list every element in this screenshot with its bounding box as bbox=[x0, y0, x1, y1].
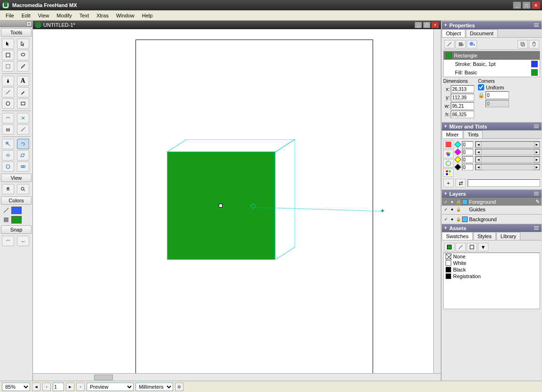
doc-minimize-button[interactable]: _ bbox=[414, 22, 422, 28]
mixer-mode-rgb[interactable] bbox=[443, 140, 454, 149]
vertical-scrollbar[interactable] bbox=[433, 29, 441, 373]
print-icon[interactable]: ● bbox=[450, 207, 454, 212]
panel-options-icon[interactable] bbox=[533, 124, 540, 129]
panel-options-icon[interactable] bbox=[533, 225, 540, 231]
reshape-tool[interactable] bbox=[17, 113, 29, 123]
w-input[interactable] bbox=[451, 102, 474, 110]
horizontal-scrollbar[interactable] bbox=[33, 373, 441, 381]
doc-close-button[interactable]: × bbox=[431, 22, 439, 28]
trace-tool[interactable] bbox=[2, 161, 14, 172]
uniform-checkbox[interactable] bbox=[478, 84, 484, 90]
y-input[interactable] bbox=[451, 94, 474, 101]
menu-file[interactable]: File bbox=[2, 12, 18, 19]
eraser-tool[interactable] bbox=[2, 124, 14, 135]
yellow-slider[interactable]: ◄► bbox=[475, 156, 540, 163]
properties-header[interactable]: ▼ Properties bbox=[442, 21, 542, 29]
snap-object-tool[interactable] bbox=[2, 236, 14, 246]
ellipse-tool[interactable] bbox=[2, 98, 14, 109]
visibility-icon[interactable]: ✓ bbox=[444, 207, 448, 212]
assets-header[interactable]: ▼ Assets bbox=[442, 224, 542, 232]
fill-color-swatch[interactable] bbox=[11, 216, 22, 224]
delete-button[interactable] bbox=[529, 40, 539, 48]
visibility-icon[interactable]: ✓ bbox=[444, 217, 448, 222]
add-stroke-button[interactable] bbox=[444, 40, 454, 48]
magenta-slider[interactable]: ◄► bbox=[475, 149, 540, 155]
vanishing-point[interactable]: ✦ bbox=[380, 208, 384, 213]
tree-row-fill[interactable]: Fill: Basic bbox=[444, 68, 540, 77]
info-button[interactable]: ⊘ bbox=[175, 383, 183, 391]
mixer-mode-sys[interactable] bbox=[443, 168, 454, 177]
lock-icon[interactable]: 🔒 bbox=[456, 207, 461, 212]
print-icon[interactable]: ● bbox=[450, 200, 454, 204]
snap-point-tool[interactable] bbox=[17, 236, 29, 246]
tab-mixer[interactable]: Mixer bbox=[442, 130, 463, 138]
menu-view[interactable]: View bbox=[34, 12, 53, 19]
lock-icon[interactable]: 🔒 bbox=[456, 217, 461, 222]
yellow-input[interactable] bbox=[462, 156, 473, 163]
tree-row-stroke[interactable]: Stroke: Basic, 1pt bbox=[444, 60, 540, 68]
menu-modify[interactable]: Modify bbox=[53, 12, 75, 19]
swatch-registration[interactable]: Registration bbox=[444, 273, 540, 280]
cyan-slider[interactable]: ◄► bbox=[475, 141, 540, 148]
pencil-tool[interactable] bbox=[17, 87, 29, 97]
line-tool[interactable] bbox=[2, 87, 14, 97]
units-select[interactable]: Millimeters bbox=[136, 383, 173, 391]
tree-row-rectangle[interactable]: Rectangle bbox=[444, 51, 540, 60]
swatch-none[interactable]: None bbox=[444, 253, 540, 260]
eyedropper-tool[interactable] bbox=[17, 61, 29, 72]
print-icon[interactable]: ● bbox=[450, 217, 454, 222]
blend-tool[interactable] bbox=[17, 161, 29, 172]
minimize-button[interactable]: _ bbox=[513, 1, 521, 9]
layer-foreground[interactable]: ✓ ● 🔒 Foreground ✎ bbox=[442, 198, 542, 206]
add-effect-button[interactable]: + bbox=[467, 40, 477, 48]
lock-icon[interactable]: 🔒 bbox=[456, 200, 461, 204]
magenta-input[interactable] bbox=[462, 149, 473, 155]
skew-tool[interactable] bbox=[17, 150, 29, 160]
color-well[interactable] bbox=[468, 179, 540, 187]
text-tool[interactable]: A bbox=[17, 76, 29, 86]
prev-page-button[interactable]: ◄ bbox=[32, 383, 40, 391]
tab-swatches[interactable]: Swatches bbox=[442, 232, 473, 240]
tab-library[interactable]: Library bbox=[496, 232, 521, 240]
corner1-input[interactable] bbox=[486, 91, 509, 99]
layer-background[interactable]: ✓ ● 🔒 Background bbox=[442, 216, 542, 223]
tab-document[interactable]: Document bbox=[466, 29, 498, 37]
page-icon[interactable]: ▫ bbox=[42, 383, 51, 391]
add-fill-button[interactable]: + bbox=[455, 40, 466, 48]
scrollbar-thumb[interactable] bbox=[94, 375, 113, 380]
zoom-select[interactable]: 85% bbox=[2, 383, 30, 391]
pointer-tool[interactable] bbox=[2, 39, 14, 49]
fill-swatch-button[interactable] bbox=[444, 243, 454, 251]
knife-tool[interactable] bbox=[17, 124, 29, 135]
lasso-tool[interactable] bbox=[17, 50, 29, 60]
menu-edit[interactable]: Edit bbox=[18, 12, 34, 19]
stroke-color-swatch[interactable] bbox=[11, 207, 22, 214]
visibility-icon[interactable]: ✓ bbox=[444, 200, 448, 204]
x-input[interactable] bbox=[451, 85, 474, 93]
page-input[interactable] bbox=[53, 383, 64, 391]
menu-xtras[interactable]: Xtras bbox=[93, 12, 112, 19]
mode-select[interactable]: Preview bbox=[87, 383, 134, 391]
zoom-tool[interactable] bbox=[17, 184, 29, 194]
hand-tool[interactable] bbox=[2, 184, 14, 194]
black-input[interactable] bbox=[462, 164, 473, 170]
page-tool[interactable] bbox=[2, 50, 14, 60]
duplicate-button[interactable] bbox=[518, 40, 528, 48]
tab-object[interactable]: Object bbox=[442, 29, 465, 37]
layer-guides[interactable]: ✓ ● 🔒 Guides bbox=[442, 206, 542, 213]
output-area-tool[interactable] bbox=[2, 61, 14, 72]
swap-color-button[interactable]: ⇄ bbox=[455, 179, 466, 187]
menu-help[interactable]: Help bbox=[138, 12, 157, 19]
h-input[interactable] bbox=[451, 111, 474, 118]
panel-options-icon[interactable] bbox=[533, 23, 540, 28]
swatch-black[interactable]: Black bbox=[444, 266, 540, 273]
page-nav-button[interactable]: ▫ bbox=[76, 383, 85, 391]
swatch-white[interactable]: White bbox=[444, 260, 540, 266]
next-page-button[interactable]: ► bbox=[66, 383, 74, 391]
reflect-tool[interactable] bbox=[2, 150, 14, 160]
menu-text[interactable]: Text bbox=[76, 12, 93, 19]
layers-header[interactable]: ▼ Layers bbox=[442, 190, 542, 198]
panel-options-icon[interactable] bbox=[533, 191, 540, 197]
cyan-input[interactable] bbox=[462, 141, 473, 148]
swatch-dropdown[interactable]: ▼ bbox=[478, 243, 488, 251]
